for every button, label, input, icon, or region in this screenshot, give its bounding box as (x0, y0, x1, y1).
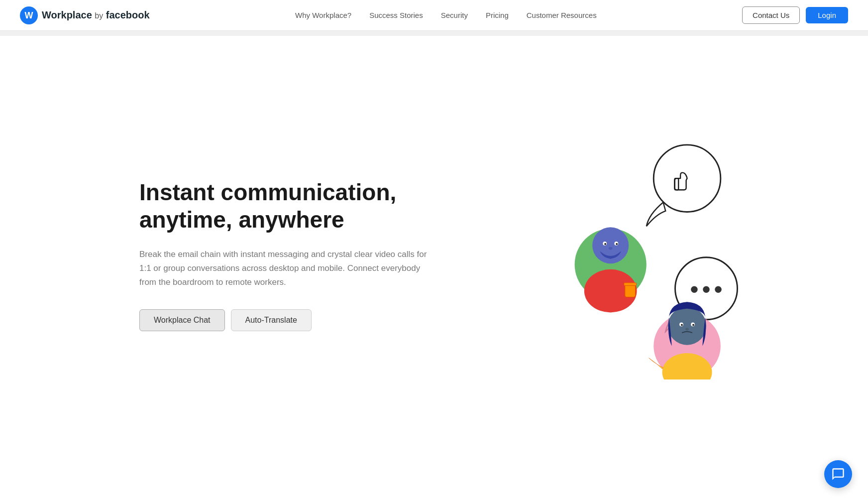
logo-text: Workplace by facebook (42, 9, 150, 21)
svg-point-20 (668, 307, 706, 345)
svg-point-24 (692, 324, 694, 326)
hero-description: Break the email chain with instant messa… (139, 248, 428, 289)
hero-left: Instant communication, anytime, anywhere… (139, 179, 448, 332)
svg-point-16 (703, 286, 709, 293)
nav-customer-resources[interactable]: Customer Resources (527, 11, 597, 19)
illustration-svg (520, 130, 768, 379)
contact-us-button[interactable]: Contact Us (742, 6, 800, 24)
hero-illustration (520, 130, 768, 379)
hero-tabs: Workplace Chat Auto-Translate (139, 309, 448, 331)
svg-point-15 (691, 286, 697, 293)
login-button[interactable]: Login (806, 7, 848, 23)
svg-point-12 (616, 243, 618, 245)
svg-rect-7 (624, 283, 637, 286)
nav-pricing[interactable]: Pricing (486, 11, 509, 19)
nav-security[interactable]: Security (441, 11, 468, 19)
progress-bar (0, 31, 868, 36)
nav-actions: Contact Us Login (742, 6, 848, 24)
nav-links: Why Workplace? Success Stories Security … (295, 11, 597, 19)
workplace-logo-icon: W (20, 6, 38, 24)
person-man (575, 227, 647, 312)
tab-workplace-chat[interactable]: Workplace Chat (139, 309, 225, 331)
thumbs-up-bubble (647, 145, 721, 226)
chat-widget-button[interactable] (824, 460, 852, 488)
main-content: Instant communication, anytime, anywhere… (0, 36, 868, 474)
svg-point-25 (685, 328, 689, 331)
svg-text:W: W (25, 10, 33, 20)
navbar: W Workplace by facebook Why Workplace? S… (0, 0, 868, 31)
logo[interactable]: W Workplace by facebook (20, 6, 150, 24)
hero-headline: Instant communication, anytime, anywhere (139, 179, 448, 234)
svg-point-11 (604, 243, 606, 245)
svg-point-23 (681, 324, 683, 326)
svg-point-17 (715, 286, 721, 293)
tab-auto-translate[interactable]: Auto-Translate (231, 309, 312, 331)
chat-widget-icon (831, 467, 845, 481)
svg-point-13 (609, 247, 613, 250)
nav-why-workplace[interactable]: Why Workplace? (295, 11, 351, 19)
nav-success-stories[interactable]: Success Stories (369, 11, 423, 19)
